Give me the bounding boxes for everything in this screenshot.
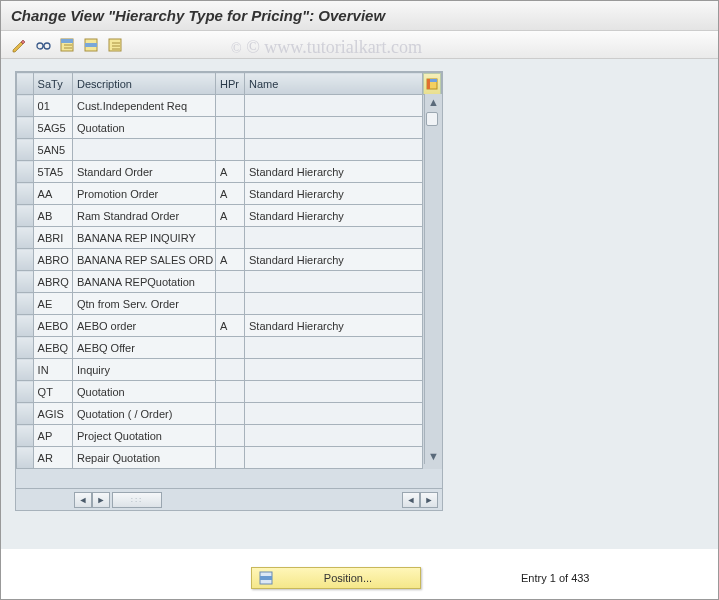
table-row[interactable]: AEBOAEBO orderAStandard Hierarchy	[17, 315, 442, 337]
cell-name[interactable]	[245, 337, 423, 359]
table-row[interactable]: APProject Quotation	[17, 425, 442, 447]
cell-saty[interactable]: 5AN5	[33, 139, 72, 161]
cell-description[interactable]: Quotation	[72, 117, 215, 139]
cell-description[interactable]: Promotion Order	[72, 183, 215, 205]
cell-name[interactable]: Standard Hierarchy	[245, 205, 423, 227]
pencil-icon[interactable]	[9, 35, 29, 55]
cell-hpr[interactable]	[216, 337, 245, 359]
cell-name[interactable]	[245, 95, 423, 117]
cell-saty[interactable]: AR	[33, 447, 72, 469]
table-row[interactable]: ARRepair Quotation	[17, 447, 442, 469]
cell-description[interactable]: AEBQ Offer	[72, 337, 215, 359]
table-row[interactable]: AEQtn from Serv. Order	[17, 293, 442, 315]
table-row[interactable]: 5AN5	[17, 139, 442, 161]
cell-saty[interactable]: AP	[33, 425, 72, 447]
table-settings-icon[interactable]	[423, 73, 441, 95]
cell-saty[interactable]: AEBO	[33, 315, 72, 337]
glasses-icon[interactable]	[33, 35, 53, 55]
cell-saty[interactable]: 01	[33, 95, 72, 117]
horizontal-scrollbar[interactable]: ◄ ► ::: ◄ ►	[16, 488, 442, 510]
cell-name[interactable]	[245, 227, 423, 249]
cell-hpr[interactable]	[216, 293, 245, 315]
position-button[interactable]: Position...	[251, 567, 421, 589]
row-selector[interactable]	[17, 139, 34, 161]
row-selector[interactable]	[17, 315, 34, 337]
cell-saty[interactable]: AEBQ	[33, 337, 72, 359]
cell-description[interactable]: Ram Standrad Order	[72, 205, 215, 227]
table-row[interactable]: ABRIBANANA REP INQUIRY	[17, 227, 442, 249]
row-selector[interactable]	[17, 227, 34, 249]
table-row[interactable]: ABRam Standrad OrderAStandard Hierarchy	[17, 205, 442, 227]
cell-hpr[interactable]: A	[216, 315, 245, 337]
cell-description[interactable]: Repair Quotation	[72, 447, 215, 469]
horizontal-scroll-handle[interactable]: :::	[112, 492, 162, 508]
scroll-up-icon[interactable]: ▲	[426, 94, 442, 110]
row-selector[interactable]	[17, 337, 34, 359]
cell-description[interactable]: Quotation ( / Order)	[72, 403, 215, 425]
table-row[interactable]: 5TA5Standard OrderAStandard Hierarchy	[17, 161, 442, 183]
cell-name[interactable]: Standard Hierarchy	[245, 315, 423, 337]
cell-saty[interactable]: QT	[33, 381, 72, 403]
cell-saty[interactable]: 5TA5	[33, 161, 72, 183]
column-header-hpr[interactable]: HPr	[216, 73, 245, 95]
cell-hpr[interactable]: A	[216, 205, 245, 227]
row-selector[interactable]	[17, 293, 34, 315]
table-row[interactable]: ABROBANANA REP SALES ORDAStandard Hierar…	[17, 249, 442, 271]
cell-name[interactable]	[245, 293, 423, 315]
scroll-left-icon[interactable]: ◄	[74, 492, 92, 508]
cell-saty[interactable]: ABRO	[33, 249, 72, 271]
select-all-icon[interactable]	[57, 35, 77, 55]
vertical-scrollbar[interactable]: ▲ ▼	[424, 94, 442, 464]
table-row[interactable]: QTQuotation	[17, 381, 442, 403]
cell-description[interactable]: BANANA REP SALES ORD	[72, 249, 215, 271]
cell-name[interactable]	[245, 271, 423, 293]
cell-description[interactable]: Standard Order	[72, 161, 215, 183]
row-selector[interactable]	[17, 403, 34, 425]
cell-hpr[interactable]	[216, 403, 245, 425]
cell-saty[interactable]: IN	[33, 359, 72, 381]
row-selector[interactable]	[17, 359, 34, 381]
cell-hpr[interactable]	[216, 139, 245, 161]
cell-saty[interactable]: AGIS	[33, 403, 72, 425]
row-selector[interactable]	[17, 183, 34, 205]
table-row[interactable]: AEBQAEBQ Offer	[17, 337, 442, 359]
cell-saty[interactable]: 5AG5	[33, 117, 72, 139]
table-row[interactable]: INInquiry	[17, 359, 442, 381]
cell-description[interactable]: BANANA REPQuotation	[72, 271, 215, 293]
scroll-left-end-icon[interactable]: ◄	[402, 492, 420, 508]
cell-hpr[interactable]	[216, 227, 245, 249]
cell-name[interactable]	[245, 403, 423, 425]
column-header-description[interactable]: Description	[72, 73, 215, 95]
cell-description[interactable]: Cust.Independent Req	[72, 95, 215, 117]
row-selector[interactable]	[17, 161, 34, 183]
cell-saty[interactable]: ABRQ	[33, 271, 72, 293]
cell-hpr[interactable]	[216, 359, 245, 381]
cell-hpr[interactable]	[216, 95, 245, 117]
cell-description[interactable]: Quotation	[72, 381, 215, 403]
scroll-right-end-icon[interactable]: ►	[420, 492, 438, 508]
table-row[interactable]: ABRQBANANA REPQuotation	[17, 271, 442, 293]
table-row[interactable]: 01Cust.Independent Req	[17, 95, 442, 117]
cell-description[interactable]	[72, 139, 215, 161]
cell-saty[interactable]: ABRI	[33, 227, 72, 249]
cell-name[interactable]: Standard Hierarchy	[245, 249, 423, 271]
cell-hpr[interactable]	[216, 425, 245, 447]
cell-description[interactable]: Project Quotation	[72, 425, 215, 447]
cell-hpr[interactable]: A	[216, 183, 245, 205]
cell-hpr[interactable]	[216, 117, 245, 139]
cell-name[interactable]	[245, 117, 423, 139]
table-row[interactable]: AGISQuotation ( / Order)	[17, 403, 442, 425]
cell-name[interactable]	[245, 447, 423, 469]
cell-name[interactable]	[245, 425, 423, 447]
cell-name[interactable]	[245, 139, 423, 161]
row-selector[interactable]	[17, 447, 34, 469]
cell-description[interactable]: Inquiry	[72, 359, 215, 381]
cell-name[interactable]	[245, 359, 423, 381]
table-row[interactable]: 5AG5Quotation	[17, 117, 442, 139]
cell-hpr[interactable]	[216, 381, 245, 403]
row-selector[interactable]	[17, 95, 34, 117]
cell-description[interactable]: Qtn from Serv. Order	[72, 293, 215, 315]
cell-saty[interactable]: AE	[33, 293, 72, 315]
cell-hpr[interactable]	[216, 447, 245, 469]
cell-name[interactable]: Standard Hierarchy	[245, 183, 423, 205]
